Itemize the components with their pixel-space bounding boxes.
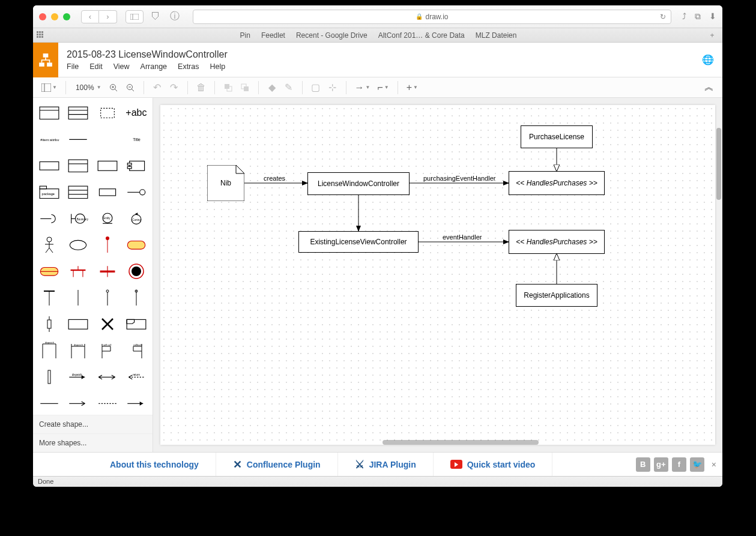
collapse-toolbar-button[interactable]: ︽ (702, 80, 716, 95)
to-back-button[interactable] (238, 80, 252, 95)
shape-frame[interactable] (64, 312, 92, 337)
node-nib[interactable]: Nib (207, 165, 244, 201)
shape-hr[interactable] (64, 127, 92, 152)
shape-join[interactable] (94, 259, 121, 284)
menu-arrange[interactable]: Arrange (141, 62, 167, 71)
edge-creates-label[interactable]: creates (264, 175, 285, 182)
shape-lollipop[interactable] (122, 179, 150, 205)
menu-edit[interactable]: Edit (89, 62, 103, 71)
shape-lifeline[interactable] (64, 285, 92, 310)
shape-control[interactable]: Control (122, 206, 150, 231)
to-front-button[interactable] (221, 80, 235, 95)
new-tab-button[interactable]: + (706, 31, 719, 40)
twitter-icon[interactable]: 🐦 (690, 457, 704, 472)
shape-state[interactable] (35, 259, 63, 284)
quickstart-video-link[interactable]: Quick start video (434, 453, 553, 476)
language-icon[interactable]: 🌐 (702, 54, 714, 65)
node-handles-purchases-2[interactable]: << HandlesPurchases >> (509, 230, 605, 254)
bookmark-item[interactable]: Recent - Google Drive (296, 31, 367, 40)
menu-file[interactable]: File (67, 62, 79, 71)
shape-class[interactable] (35, 100, 63, 125)
shape-boundary[interactable]: Boundary (64, 206, 92, 231)
info-icon[interactable]: ⓘ (170, 10, 180, 23)
zoom-in-button[interactable] (106, 80, 121, 95)
shape-package[interactable]: package (35, 179, 63, 205)
shape-label[interactable]: #item:attribute (35, 127, 63, 152)
zoom-out-button[interactable] (123, 80, 138, 95)
shape-box3[interactable] (94, 179, 121, 205)
shape-line2[interactable] (64, 391, 92, 415)
url-bar[interactable]: 🔒 draw.io ↻ (193, 10, 671, 24)
shape-fork[interactable] (64, 259, 92, 284)
connection-button[interactable]: ⊹ (325, 80, 340, 95)
shape-line4[interactable] (122, 391, 150, 415)
shape-lifeline3[interactable] (122, 285, 150, 310)
shape-component[interactable] (122, 153, 150, 178)
shape-callback[interactable]: callback (122, 338, 150, 363)
shape-bar[interactable] (35, 364, 63, 390)
node-register-applications[interactable]: RegisterApplications (516, 284, 597, 307)
canvas-vertical-scrollbar[interactable] (716, 128, 721, 200)
shield-icon[interactable]: ⛉ (151, 11, 160, 22)
shape-object[interactable] (35, 153, 63, 178)
shape-msg2[interactable]: dispatch (64, 338, 92, 363)
confluence-plugin-link[interactable]: ✕Confluence Plugin (216, 453, 338, 476)
googleplus-icon[interactable]: g+ (654, 457, 668, 472)
shape-end[interactable] (122, 259, 150, 284)
facebook-icon[interactable]: f (672, 457, 686, 472)
maximize-window-button[interactable] (63, 13, 70, 20)
shape-text-attr[interactable]: +abc (122, 100, 150, 125)
shape-empty[interactable] (94, 127, 121, 152)
line-color-button[interactable]: ✎ (282, 80, 296, 95)
shape-lifeline-top[interactable] (35, 285, 63, 310)
shape-arrow1[interactable]: dispatch (64, 364, 92, 390)
node-existing-license-vc[interactable]: ExistingLicenseViewController (298, 231, 419, 253)
edge-eh-label[interactable]: eventHandler (443, 233, 482, 241)
downloads-icon[interactable]: ⬇ (709, 11, 716, 22)
menu-help[interactable]: Help (210, 62, 226, 71)
shape-lifeline2[interactable] (94, 285, 121, 310)
shape-msg1[interactable]: dispatch (35, 338, 63, 363)
more-shapes-link[interactable]: More shapes... (33, 433, 153, 452)
node-purchase-license[interactable]: PurchaseLicense (521, 125, 593, 148)
menu-extras[interactable]: Extras (178, 62, 199, 71)
canvas-horizontal-scrollbar[interactable] (383, 440, 539, 445)
jira-plugin-link[interactable]: ⚔JIRA Plugin (338, 453, 434, 476)
shape-frame2[interactable] (122, 312, 150, 337)
sidebar-toggle-button[interactable] (125, 10, 144, 23)
share-icon[interactable]: ⤴ (682, 11, 686, 22)
back-button[interactable]: ‹ (81, 10, 99, 23)
shape-object2[interactable] (64, 153, 92, 178)
shape-return[interactable]: return (122, 364, 150, 390)
diagram-canvas[interactable]: Nib LicenseWindowController ExistingLice… (160, 105, 715, 445)
shadow-button[interactable]: ▢ (309, 80, 323, 95)
shape-usecase[interactable] (64, 232, 92, 257)
shape-arrow2[interactable] (94, 364, 121, 390)
shape-entity[interactable]: Entity (94, 206, 121, 231)
shape-table[interactable] (64, 179, 92, 205)
shape-selfcall[interactable]: self call (94, 338, 121, 363)
edge-peh-label[interactable]: purchasingEventHandler (423, 175, 495, 182)
fill-color-button[interactable]: ◆ (265, 80, 279, 95)
menu-view[interactable]: View (113, 62, 130, 71)
minimize-window-button[interactable] (51, 13, 58, 20)
shape-note-small[interactable] (94, 100, 121, 125)
delete-button[interactable]: 🗑 (194, 80, 208, 95)
forward-button[interactable]: › (99, 10, 117, 23)
redo-button[interactable]: ↷ (167, 80, 181, 95)
document-title[interactable]: 2015-08-23 LicenseWindowController (67, 49, 228, 60)
bookmark-item[interactable]: MLZ Dateien (476, 31, 517, 40)
shape-socket[interactable] (35, 206, 63, 231)
shape-activity[interactable] (122, 232, 150, 257)
waypoint-style-button[interactable]: ⌐▼ (375, 80, 391, 95)
shape-activation[interactable] (35, 312, 63, 337)
shape-rect[interactable] (94, 153, 121, 178)
insert-button[interactable]: +▼ (404, 80, 420, 95)
undo-button[interactable]: ↶ (150, 80, 165, 95)
shape-actor[interactable] (35, 232, 63, 257)
about-link[interactable]: About this technology (93, 453, 216, 476)
bookmark-item[interactable]: AltConf 201… & Core Data (378, 31, 465, 40)
canvas-area[interactable]: Nib LicenseWindowController ExistingLice… (153, 98, 722, 452)
shape-title[interactable]: Title (122, 127, 150, 152)
create-shape-link[interactable]: Create shape... (33, 415, 153, 433)
